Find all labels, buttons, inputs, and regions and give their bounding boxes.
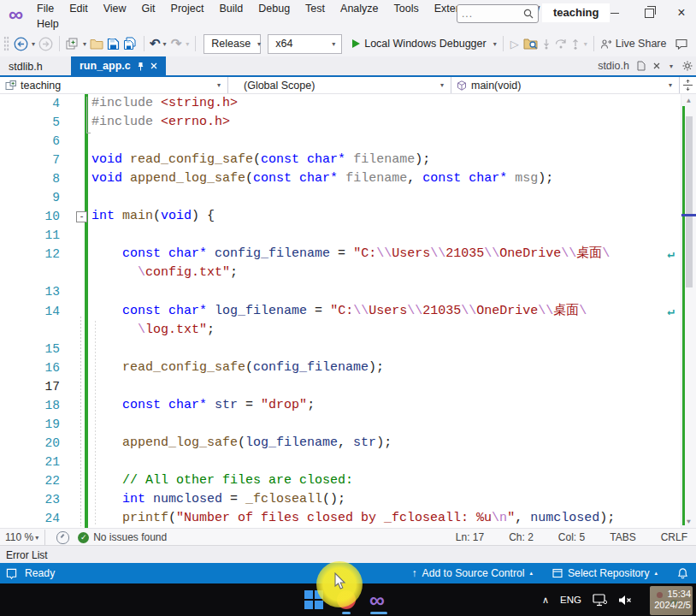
tab-stdlib-h[interactable]: stdlib.h — [0, 58, 51, 75]
speaker-muted-icon[interactable] — [618, 595, 632, 606]
code-editor[interactable]: 4#include <string.h>5#include <errno.h>6… — [0, 94, 696, 528]
code-text[interactable]: void read_config_safe(const char* filena… — [89, 151, 679, 169]
error-list-title[interactable]: Error List — [6, 549, 48, 561]
back-dropdown-caret[interactable]: ▾ — [32, 40, 35, 48]
code-text[interactable]: const char* str = "drop"; — [89, 396, 679, 415]
code-text[interactable]: // All other files are closed: — [89, 471, 679, 490]
code-text[interactable]: printf("Number of files closed by _fclos… — [89, 509, 679, 528]
gear-icon[interactable] — [682, 61, 693, 71]
vertical-scrollbar[interactable]: ▲ ▼ — [681, 94, 696, 528]
debugger-caret[interactable]: ▾ — [493, 40, 497, 48]
line-number[interactable]: 21 — [0, 453, 60, 471]
line-number[interactable]: 22 — [0, 471, 60, 490]
minimize-button[interactable] — [599, 0, 631, 26]
navigate-forward-button[interactable] — [38, 37, 53, 51]
line-number[interactable]: 4 — [0, 94, 60, 113]
indent-mode-indicator[interactable]: TABS — [610, 531, 635, 543]
line-number[interactable]: 16 — [0, 358, 60, 377]
menu-item-build[interactable]: Build — [211, 0, 251, 17]
menu-item-project[interactable]: Project — [163, 0, 212, 17]
code-text[interactable]: int main(void) { — [89, 207, 679, 226]
redo-button[interactable]: ↷ — [171, 36, 182, 51]
line-number[interactable]: 10 — [0, 207, 60, 226]
toolbar-drag-handle[interactable] — [3, 36, 9, 51]
line-number[interactable]: 7 — [0, 151, 60, 169]
scope-dropdown[interactable]: (Global Scope) ▾ — [228, 77, 451, 93]
code-line[interactable]: 4#include <string.h> — [0, 94, 696, 113]
code-text[interactable]: const char* config_filename = "C:\\Users… — [89, 245, 679, 264]
save-button[interactable] — [107, 38, 120, 50]
display-icon[interactable] — [593, 594, 607, 607]
line-number[interactable]: 14 — [0, 302, 60, 321]
code-line[interactable]: 12 const char* config_filename = "C:\\Us… — [0, 245, 696, 264]
start-without-debugging-button[interactable]: ▷ — [510, 38, 519, 50]
code-line[interactable]: 9 — [0, 188, 696, 207]
menu-item-test[interactable]: Test — [298, 0, 333, 17]
line-number[interactable]: 20 — [0, 434, 60, 453]
line-number[interactable]: 11 — [0, 226, 60, 245]
new-project-button[interactable] — [66, 38, 80, 50]
start-debugging-button[interactable]: Local Windows Debugger — [347, 38, 489, 50]
scroll-up-arrow[interactable]: ▲ — [681, 97, 696, 104]
open-file-button[interactable] — [90, 38, 103, 50]
code-text[interactable]: append_log_safe(log_filename, str); — [89, 434, 679, 453]
scrollbar-thumb[interactable] — [686, 116, 693, 287]
step-over-button[interactable] — [555, 38, 567, 49]
code-line[interactable]: 15 — [0, 340, 696, 358]
menu-item-analyze[interactable]: Analyze — [333, 0, 386, 17]
visual-studio-taskbar-icon[interactable]: ∞ — [369, 589, 385, 610]
line-indicator[interactable]: Ln: 17 — [456, 531, 484, 543]
project-dropdown[interactable]: teaching ▾ — [0, 77, 228, 93]
line-number[interactable]: 12 — [0, 245, 60, 264]
code-line[interactable]: 13 — [0, 282, 696, 301]
taskbar-clock[interactable]: 15:34 2024/2/5 — [643, 589, 691, 611]
find-in-files-button[interactable] — [523, 38, 538, 50]
code-line[interactable]: 8void append_log_safe(const char* filena… — [0, 169, 696, 188]
document-health-icon[interactable] — [56, 531, 69, 544]
close-button[interactable]: × — [665, 0, 696, 26]
scroll-down-arrow[interactable]: ▼ — [681, 518, 696, 525]
column-indicator[interactable]: Col: 5 — [558, 531, 585, 543]
code-line[interactable]: 5#include <errno.h> — [0, 113, 696, 132]
new-project-caret[interactable]: ▾ — [83, 40, 86, 48]
fold-collapse-marker[interactable]: - — [76, 211, 87, 222]
split-editor-control[interactable] — [680, 77, 696, 93]
code-line[interactable]: 23 int numclosed = _fcloseall(); — [0, 490, 696, 509]
debug-toolbar-caret[interactable]: ▾ — [584, 40, 587, 48]
platform-dropdown[interactable]: x64 ▾ — [268, 34, 342, 54]
code-line[interactable]: 24 printf("Number of files closed by _fc… — [0, 509, 696, 528]
code-text[interactable]: \config.txt"; — [89, 264, 679, 282]
line-number[interactable]: 18 — [0, 396, 60, 415]
code-line[interactable]: 20 append_log_safe(log_filename, str); — [0, 434, 696, 453]
hidden-icons-chevron[interactable]: ∧ — [542, 595, 549, 606]
task-status-icon[interactable] — [6, 568, 17, 579]
char-indicator[interactable]: Ch: 2 — [509, 531, 534, 543]
menu-item-view[interactable]: View — [96, 0, 134, 17]
symbol-dropdown[interactable]: main(void) ▾ — [451, 77, 680, 93]
error-list-panel[interactable]: Error List — [0, 545, 696, 564]
line-number[interactable]: 24 — [0, 509, 60, 528]
code-text[interactable]: const char* log_filename = "C:\\Users\\2… — [89, 302, 679, 321]
code-line[interactable]: \log.txt"; — [0, 321, 696, 340]
menu-item-help[interactable]: Help — [29, 15, 67, 33]
code-line[interactable]: 21 — [0, 453, 696, 471]
select-repository-button[interactable]: Select Repository ▴ — [552, 567, 658, 579]
step-into-button[interactable] — [541, 38, 551, 50]
code-text[interactable]: read_config_safe(config_filename); — [89, 358, 679, 377]
code-text[interactable]: #include <string.h> — [89, 94, 679, 113]
code-line[interactable]: 7void read_config_safe(const char* filen… — [0, 151, 696, 169]
line-number[interactable]: 8 — [0, 169, 60, 188]
redo-caret[interactable]: ▾ — [186, 40, 189, 48]
undo-button[interactable]: ↶ — [150, 36, 161, 51]
code-line[interactable]: \config.txt"; — [0, 264, 696, 282]
navigate-back-button[interactable] — [14, 37, 28, 51]
menu-item-debug[interactable]: Debug — [251, 0, 298, 17]
tab-run-app-c[interactable]: run_app.c — [71, 56, 166, 75]
code-text[interactable]: void append_log_safe(const char* filenam… — [89, 169, 679, 188]
health-status-text[interactable]: No issues found — [93, 531, 167, 543]
close-tab-icon[interactable] — [150, 62, 157, 69]
code-text[interactable]: #include <errno.h> — [89, 113, 679, 132]
menu-item-git[interactable]: Git — [134, 0, 163, 17]
line-number[interactable]: 13 — [0, 282, 60, 301]
undo-caret[interactable]: ▾ — [163, 40, 167, 48]
